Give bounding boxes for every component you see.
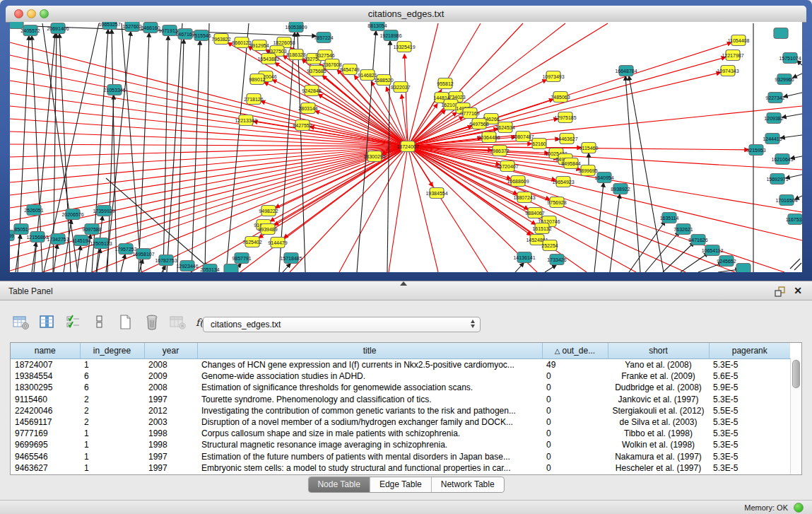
table-cell[interactable]: 1	[80, 451, 144, 462]
graph-node[interactable]: 1733426	[547, 255, 566, 265]
graph-node[interactable]: 39159	[10, 230, 14, 241]
table-cell[interactable]: Genome-wide association studies in ADHD.	[197, 370, 542, 382]
graph-node[interactable]: 9498222	[259, 206, 278, 216]
table-cell[interactable]: 5.3E-5	[709, 451, 790, 462]
table-selector-dropdown[interactable]: citations_edges.txt	[203, 317, 481, 332]
table-cell[interactable]: 5.3E-5	[709, 394, 790, 405]
show-column-button[interactable]	[39, 314, 56, 331]
table-settings-button[interactable]	[13, 314, 30, 331]
graph-node[interactable]: 1588520	[374, 75, 393, 86]
graph-node[interactable]: 20691406	[47, 23, 69, 34]
table-cell[interactable]: Yano et al. (2008)	[608, 359, 709, 371]
graph-node[interactable]: 14136141	[513, 252, 535, 263]
graph-node[interactable]: 9144479	[268, 238, 287, 248]
table-cell[interactable]: 0	[542, 428, 608, 439]
table-cell[interactable]: 0	[542, 416, 608, 428]
graph-node[interactable]: 8938922	[611, 184, 630, 194]
graph-node[interactable]	[736, 264, 751, 273]
tab-edge-table[interactable]: Edge Table	[370, 477, 432, 492]
graph-node[interactable]: 10974343	[717, 66, 739, 76]
graph-node[interactable]: 9115460	[579, 143, 599, 153]
memory-status-indicator[interactable]	[794, 503, 804, 513]
table-row[interactable]: 1938455462009Genome-wide association stu…	[11, 370, 790, 382]
table-cell[interactable]: 5.3E-5	[709, 462, 790, 474]
table-cell[interactable]: 9115460	[11, 394, 80, 405]
graph-node[interactable]: 8471626	[688, 235, 707, 245]
table-cell[interactable]: Nakamura et al. (1997)	[608, 451, 709, 462]
table-cell[interactable]: 0	[542, 451, 608, 462]
table-cell[interactable]: 1	[80, 428, 144, 439]
graph-node[interactable]: 9245652	[717, 256, 736, 267]
graph-node[interactable]: 19218986	[379, 30, 401, 41]
table-row[interactable]: 1830029562008Estimation of significance …	[11, 382, 790, 393]
table-cell[interactable]: 5.3E-5	[709, 428, 790, 439]
table-cell[interactable]: 2012	[144, 405, 197, 416]
table-cell[interactable]: 2	[80, 405, 144, 416]
graph-node[interactable]: 2367608	[322, 59, 341, 70]
graph-node[interactable]: 9756928	[547, 197, 566, 208]
graph-node[interactable]: 10654112	[702, 245, 724, 256]
vertical-scrollbar[interactable]	[790, 358, 801, 474]
graph-node[interactable]: 9215953	[746, 145, 765, 156]
graph-node[interactable]: 955812	[437, 78, 453, 89]
select-rows-button[interactable]	[65, 314, 82, 331]
graph-node[interactable]: 20364486	[478, 132, 500, 143]
table-cell[interactable]: 2008	[144, 382, 197, 393]
table-cell[interactable]: 49	[542, 359, 608, 371]
table-cell[interactable]: Investigating the contribution of common…	[197, 405, 542, 416]
graph-node[interactable]: 15692971	[766, 174, 788, 185]
table-cell[interactable]: Disruption of a novel member of a sodium…	[197, 416, 542, 428]
table-cell[interactable]: 5.3E-5	[709, 359, 790, 371]
graph-node[interactable]: 7632621	[673, 224, 693, 235]
graph-node[interactable]: 7485063	[551, 92, 570, 103]
table-row[interactable]: 911546021997Tourette syndrome. Phenomeno…	[11, 394, 790, 405]
graph-node[interactable]: 9097588	[82, 224, 101, 235]
table-cell[interactable]: Tibbo et al. (1998)	[608, 428, 709, 439]
table-cell[interactable]: Embryonic stem cells: a model to study s…	[197, 462, 542, 474]
column-header-pagerank[interactable]: pagerank	[709, 343, 790, 359]
graph-node[interactable]: 9375685	[307, 66, 326, 76]
table-cell[interactable]: 2003	[144, 416, 197, 428]
table-cell[interactable]: 0	[542, 370, 608, 382]
table-cell[interactable]: 18724007	[11, 359, 80, 371]
table-cell[interactable]: 1	[80, 462, 144, 474]
graph-node[interactable]: 9857791	[232, 253, 251, 264]
graph-node[interactable]: 8427552	[293, 120, 312, 131]
graph-node[interactable]: 252254	[541, 240, 558, 251]
table-cell[interactable]: 5.6E-5	[709, 370, 790, 382]
table-cell[interactable]: Hescheler et al. (1997)	[608, 462, 709, 474]
network-canvas[interactable]: 1872400779638228660123891295418226058932…	[10, 22, 802, 272]
table-row[interactable]: 946554611997Estimation of the future num…	[11, 451, 790, 462]
attribute-table[interactable]: namein_degreeyeartitle△out_de...shortpag…	[11, 343, 790, 474]
column-header-year[interactable]: year	[144, 343, 197, 359]
graph-node[interactable]: 8912954	[249, 40, 269, 51]
float-panel-icon[interactable]	[775, 286, 785, 297]
graph-node[interactable]: 16053809	[285, 22, 307, 33]
graph-node[interactable]: 1209382	[764, 113, 783, 124]
graph-node[interactable]: 7515546	[192, 30, 211, 41]
delete-column-button[interactable]	[143, 314, 160, 331]
table-cell[interactable]: Estimation of significance thresholds fo…	[197, 382, 542, 393]
column-header-out_de[interactable]: △out_de...	[542, 343, 608, 359]
graph-node[interactable]: 1615132	[532, 223, 551, 234]
table-cell[interactable]: Structural magnetic resonance image aver…	[197, 439, 542, 450]
graph-node[interactable]: 19384554	[425, 188, 447, 199]
table-cell[interactable]: 5.3E-5	[709, 439, 790, 450]
graph-node[interactable]: 9329966	[775, 74, 794, 85]
table-cell[interactable]: 0	[542, 439, 608, 450]
table-cell[interactable]: 1997	[144, 451, 197, 462]
tab-node-table[interactable]: Node Table	[308, 477, 370, 492]
new-column-button[interactable]	[117, 314, 134, 331]
table-cell[interactable]: 1	[80, 439, 144, 450]
graph-node[interactable]: 12975185	[554, 112, 576, 123]
table-cell[interactable]: Jankovic et al. (1997)	[608, 394, 709, 405]
graph-node[interactable]: 7625402	[242, 237, 261, 247]
graph-node[interactable]: 9939489	[258, 224, 277, 235]
table-cell[interactable]: Stergiakouli et al. (2012)	[608, 405, 709, 416]
table-cell[interactable]: 9465546	[11, 451, 80, 462]
table-row[interactable]: 946362711997Embryonic stem cells: a mode…	[11, 462, 790, 474]
table-cell[interactable]: 0	[542, 382, 608, 393]
graph-node[interactable]: 17016504	[775, 195, 797, 206]
table-row[interactable]: 2242004622012Investigating the contribut…	[11, 405, 790, 416]
table-cell[interactable]: Dudbridge et al. (2008)	[608, 382, 709, 393]
